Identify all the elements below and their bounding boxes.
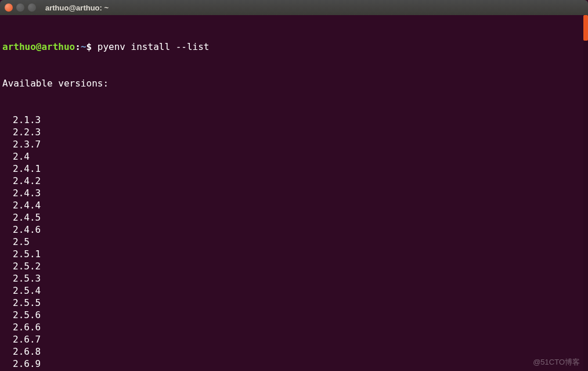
terminal-body[interactable]: arthuo@arthuo:~$ pyenv install --list Av… bbox=[0, 15, 588, 371]
prompt-symbol: $ bbox=[86, 41, 92, 52]
command-text: pyenv install --list bbox=[98, 41, 210, 52]
titlebar[interactable]: arthuo@arthuo: ~ bbox=[0, 0, 588, 15]
version-item: 2.6.6 bbox=[2, 321, 586, 333]
prompt-line: arthuo@arthuo:~$ pyenv install --list bbox=[2, 41, 586, 53]
version-item: 2.5.3 bbox=[2, 272, 586, 284]
version-item: 2.1.3 bbox=[2, 114, 586, 126]
maximize-icon[interactable] bbox=[28, 3, 36, 12]
close-icon[interactable] bbox=[5, 3, 13, 12]
version-item: 2.5.2 bbox=[2, 260, 586, 272]
version-item: 2.5.6 bbox=[2, 309, 586, 321]
output-header: Available versions: bbox=[2, 77, 586, 89]
version-item: 2.4.6 bbox=[2, 224, 586, 236]
window-title: arthuo@arthuo: ~ bbox=[45, 3, 109, 12]
version-item: 2.4 bbox=[2, 150, 586, 163]
minimize-icon[interactable] bbox=[16, 3, 24, 12]
version-item: 2.5 bbox=[2, 236, 586, 248]
scroll-thumb[interactable] bbox=[583, 15, 588, 41]
version-item: 2.4.4 bbox=[2, 199, 586, 211]
versions-list: 2.1.32.2.32.3.72.42.4.12.4.22.4.32.4.42.… bbox=[2, 114, 586, 371]
version-item: 2.5.4 bbox=[2, 284, 586, 297]
version-item: 2.3.7 bbox=[2, 138, 586, 150]
version-item: 2.4.1 bbox=[2, 163, 586, 175]
version-item: 2.4.3 bbox=[2, 187, 586, 199]
scrollbar[interactable] bbox=[583, 15, 588, 371]
version-item: 2.6.7 bbox=[2, 333, 586, 345]
prompt-path: ~ bbox=[81, 41, 86, 52]
version-item: 2.2.3 bbox=[2, 126, 586, 138]
version-item: 2.6.8 bbox=[2, 345, 586, 358]
version-item: 2.5.5 bbox=[2, 297, 586, 309]
prompt-separator: : bbox=[75, 41, 81, 52]
watermark: @51CTO博客 bbox=[533, 357, 580, 368]
version-item: 2.6.9 bbox=[2, 358, 586, 370]
version-item: 2.5.1 bbox=[2, 248, 586, 260]
version-item: 2.4.5 bbox=[2, 211, 586, 224]
version-item: 2.4.2 bbox=[2, 175, 586, 187]
prompt-user-host: arthuo@arthuo bbox=[2, 41, 75, 52]
terminal-window: arthuo@arthuo: ~ arthuo@arthuo:~$ pyenv … bbox=[0, 0, 588, 371]
